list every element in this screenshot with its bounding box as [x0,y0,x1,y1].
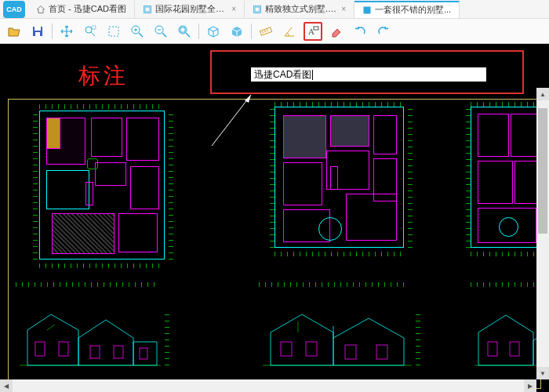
svg-line-24 [264,30,265,32]
elevation-1 [16,287,165,373]
floor-plan-3 [471,107,541,248]
elevation-2 [259,287,416,373]
scroll-up-button[interactable]: ▲ [536,88,549,100]
cad-file-icon [362,5,372,15]
zoom-fit-button[interactable] [175,22,194,41]
cad-file-icon [143,5,152,14]
tab-bar: CAD 首页 - 迅捷CAD看图 国际花园别墅全套... × 精致独立式别墅.d… [0,0,549,19]
annotation-label: 标注 [78,61,129,91]
home-icon [36,5,45,14]
column-marker [87,158,98,169]
svg-rect-31 [35,342,45,356]
svg-rect-6 [35,27,41,31]
tab-label: 首页 - 迅捷CAD看图 [49,3,126,15]
angle-button[interactable] [280,22,299,41]
save-button[interactable] [28,22,47,41]
dimension-line [169,111,173,260]
close-icon[interactable]: × [231,5,236,13]
svg-rect-32 [59,342,68,356]
tab-file-2[interactable]: 精致独立式别墅.dwg × [245,1,354,18]
svg-rect-35 [140,348,147,359]
svg-line-36 [47,325,55,330]
svg-rect-4 [364,6,371,13]
text-annotation-input[interactable]: 迅捷CAD看图 [251,67,486,82]
undo-button[interactable] [351,22,369,41]
vertical-scrollbar[interactable]: ▲ ▼ [536,88,549,379]
select-box-button[interactable] [104,22,123,41]
separator [52,24,53,39]
svg-line-13 [139,33,143,37]
text-cursor [312,70,313,80]
tab-file-1[interactable]: 国际花园别墅全套... × [135,1,245,18]
dimension-line [408,107,413,248]
dimension-line [33,111,38,260]
svg-rect-1 [145,7,150,12]
stair-circle [318,217,342,241]
svg-rect-22 [260,27,271,34]
svg-rect-44 [488,342,497,356]
zoom-out-button[interactable] [151,22,170,41]
input-value: 迅捷CAD看图 [254,68,311,82]
close-icon[interactable]: × [341,5,346,13]
move-button[interactable] [57,22,76,41]
redo-button[interactable] [374,22,393,41]
svg-line-9 [91,32,95,36]
dimension-line [471,252,541,256]
tab-label: 精致独立式别墅.dwg [265,3,338,15]
svg-line-25 [267,29,267,31]
svg-rect-3 [255,7,260,12]
app-logo: CAD [3,1,25,18]
3d-box-button[interactable] [204,22,223,41]
tab-file-3[interactable]: 一套很不错的别墅... [354,1,460,18]
horizontal-scrollbar[interactable]: ◀ ▶ [0,379,536,392]
3d-solid-button[interactable] [227,22,246,41]
drawing-canvas[interactable]: 标注 迅捷CAD看图 [0,44,549,392]
open-button[interactable] [5,22,24,41]
svg-rect-7 [35,32,40,36]
scroll-track[interactable] [536,100,549,367]
svg-point-8 [85,27,92,33]
svg-rect-38 [281,342,292,356]
ruler-button[interactable] [256,22,275,41]
svg-rect-41 [376,345,387,359]
scroll-thumb[interactable] [538,108,547,234]
tab-label: 国际花园别墅全套... [155,3,228,15]
tab-home[interactable]: 首页 - 迅捷CAD看图 [28,1,135,18]
dimension-line [39,263,165,268]
svg-line-23 [263,31,264,33]
tab-label: 一套很不错的别墅... [375,4,451,16]
svg-rect-45 [510,342,519,356]
toolbar: A [0,19,549,44]
floor-plan-1 [39,111,165,260]
scroll-left-button[interactable]: ◀ [0,379,13,392]
floor-plan-2 [274,107,404,248]
svg-rect-33 [90,346,100,358]
dimension-line [274,252,404,256]
scroll-down-button[interactable]: ▼ [536,367,549,379]
svg-rect-40 [345,345,356,359]
svg-line-17 [162,33,166,37]
svg-rect-39 [306,342,317,356]
text-annotation-button[interactable]: A [304,22,322,41]
zoom-in-button[interactable] [128,22,147,41]
eraser-button[interactable] [327,22,346,41]
dimension-line [39,104,165,109]
zoom-window-button[interactable] [81,22,100,41]
svg-rect-10 [92,26,96,29]
separator [198,24,199,39]
svg-rect-21 [180,27,185,32]
svg-line-20 [186,33,190,37]
svg-rect-11 [109,27,118,36]
svg-rect-34 [114,346,123,358]
separator [251,24,252,39]
cad-file-icon [253,5,262,14]
scroll-right-button[interactable]: ▶ [524,379,536,392]
